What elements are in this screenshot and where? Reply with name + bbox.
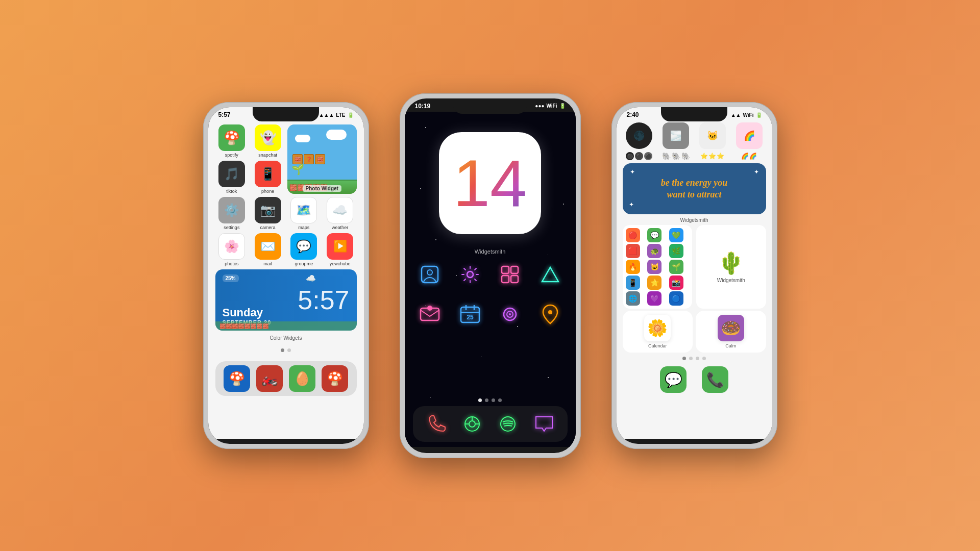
neon-dock-messages[interactable] [531,411,557,437]
p3-calendar-card[interactable]: 🌼 Calendar [623,311,693,353]
p3-si-9[interactable]: 🌱 [669,260,683,274]
p3-si-11[interactable]: ⭐ [647,276,662,290]
camera-icon: 📷 [255,197,281,223]
neon-dock-phone[interactable] [423,411,449,437]
p3-dock: 💬 📞 [623,363,766,396]
p2-page-dots [405,398,576,402]
p3-icon-cat[interactable]: 🐱 [699,122,726,149]
app-settings[interactable]: ⚙️ settings [215,197,249,230]
svg-point-8 [427,306,432,311]
calendar-app-label: Calendar [648,343,667,348]
p3-si-8[interactable]: 🐱 [647,260,662,274]
p3-small-icons-grid: 🔴 💬 💚 🟥 🐢 🌿 🔥 🐱 🌱 📱 ⭐ 📸 [623,225,693,309]
p3-icon-cloud[interactable]: 🌫️ [663,122,689,149]
wifi-3: WiFi [743,112,753,118]
mario-block-1: 🧱 [292,154,303,164]
p3-plant-widget: 🌵 Widgetsmith [696,225,766,309]
p2-mountain-app[interactable] [535,260,566,289]
neon-dock-spotify[interactable] [495,411,521,437]
app-phone[interactable]: 📱 phone [251,161,284,194]
dock-1: 🍄 🏍️ 🥚 🍄 [215,361,357,396]
p3-small-icon-2: ⚫ [635,152,643,160]
dock-icon-1[interactable]: 🍄 [224,365,250,392]
dock-icon-4[interactable]: 🍄 [322,365,348,392]
p2-settings-app[interactable] [455,260,485,289]
p3-si-14[interactable]: 💜 [647,291,662,306]
dock-icon-3[interactable]: 🥚 [289,365,315,392]
neon-dock-chrome[interactable] [459,411,485,437]
p2-contacts[interactable] [415,260,445,289]
p3-icon-moon[interactable]: 🌑 [626,122,652,149]
spotify-label: spotify [225,153,238,158]
calm-app-icon: 🍩 [718,315,744,341]
wifi-2: WiFi [546,103,557,109]
page-dots-1 [215,345,357,355]
p3-si-10[interactable]: 📱 [626,276,640,290]
p2-app-grid: 25 [415,260,566,329]
battery-3: 🔋 [756,112,762,118]
time-2: 10:19 [415,103,431,110]
plant-emoji: 🌵 [718,251,744,276]
cloud-1 [326,130,347,140]
p3-dock-phone[interactable]: 📞 [702,366,728,393]
p3-icon-row-1: 🌑 🌫️ 🐱 🌈 [623,122,766,149]
p2-dot-1 [478,398,482,402]
svg-text:25: 25 [467,314,474,321]
p2-location-app[interactable] [535,299,566,329]
dot-2 [287,348,291,352]
svg-point-1 [427,270,432,275]
time-1: 5:57 [218,111,231,118]
p3-si-5[interactable]: 🐢 [647,244,662,258]
groupme-icon: 💬 [290,233,317,260]
p3-si-13[interactable]: 🌐 [626,291,640,306]
notch-2 [453,98,527,114]
app-mail[interactable]: ✉️ mail [251,233,284,266]
neon-calendar-icon: 25 [455,299,485,329]
neon-location-icon [535,299,565,329]
app-spotify[interactable]: 🍄 spotify [215,124,249,158]
maps-label: maps [298,225,309,230]
p3-calm-card[interactable]: 🍩 Calm [696,311,766,353]
widget-badge: 25% [223,274,239,282]
svg-point-17 [548,310,552,314]
p2-calendar-app[interactable]: 25 [455,299,485,329]
app-weather[interactable]: ☁️ weather [324,197,357,230]
app-maps[interactable]: 🗺️ maps [287,197,321,230]
app-groupme[interactable]: 💬 groupme [287,233,321,266]
p3-si-1[interactable]: 🔴 [626,228,640,242]
signal-3: ▲▲ [731,112,741,118]
p2-widget-app[interactable] [495,260,525,289]
p2-camera-app[interactable] [495,299,525,329]
p3-si-7[interactable]: 🔥 [626,260,640,274]
status-icons-2: ●●● WiFi 🔋 [535,103,565,109]
signal-2: ●●● [535,103,544,109]
neon-widget-icon [495,260,525,289]
p3-si-3[interactable]: 💚 [669,228,683,242]
snapchat-label: snapchat [258,153,277,158]
photo-widget[interactable]: 🧱 ❓ 🧱 🌱 🧱🧱🧱🧱🧱 Photo Widget [287,124,357,194]
neon-mountain-icon [535,260,565,289]
p3-si-2[interactable]: 💬 [647,228,662,242]
p3-si-4[interactable]: 🟥 [626,244,640,258]
p3-si-12[interactable]: 📸 [669,276,683,290]
app-tiktok[interactable]: 🎵 tiktok [215,161,249,194]
settings-icon: ⚙️ [218,197,245,223]
app-photos[interactable]: 🌸 photos [215,233,249,266]
neon-camera-icon [495,299,525,329]
notch-1 [253,107,319,121]
phone-app-icon: 📱 [255,161,281,187]
phone1-app-grid: 🍄 spotify 👻 snapchat [208,120,364,359]
sparkle-3: ✦ [630,168,635,176]
p3-si-15[interactable]: 🔵 [669,291,683,306]
p2-mail-app[interactable] [415,299,445,329]
status-icons-1: ▲▲▲ LTE 🔋 [319,112,354,118]
calm-app-label: Calm [725,343,736,348]
p3-icon-rainbow[interactable]: 🌈 [736,122,763,149]
dock-icon-2[interactable]: 🏍️ [256,365,283,392]
app-camera[interactable]: 📷 camera [251,197,284,230]
app-yewchube[interactable]: ▶️ yewchube [324,233,357,266]
p3-si-6[interactable]: 🌿 [669,244,683,258]
p3-dock-messages[interactable]: 💬 [660,366,687,393]
p3-bottom-row: 🌼 Calendar 🍩 Calm [623,311,766,353]
app-snapchat[interactable]: 👻 snapchat [251,124,284,158]
